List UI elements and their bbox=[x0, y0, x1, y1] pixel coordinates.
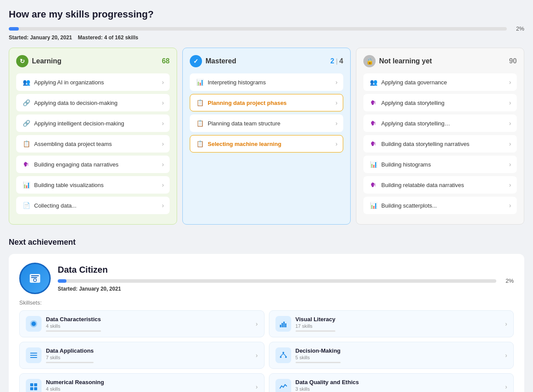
skillset-item-data-characteristics[interactable]: Data Characteristics 4 skills › bbox=[19, 310, 265, 337]
mastered-icon: ✓ bbox=[190, 55, 202, 67]
skillset-name: Decision-Making bbox=[296, 347, 341, 354]
skillset-left: Data Characteristics 4 skills bbox=[26, 316, 101, 332]
skillset-item-decision-making[interactable]: Decision-Making 5 skills › bbox=[269, 342, 514, 369]
skill-icon: 🔗 bbox=[22, 119, 31, 128]
svg-rect-8 bbox=[282, 323, 283, 327]
skillset-item-visual-literacy[interactable]: Visual Literacy 17 skills › bbox=[269, 310, 514, 337]
skill-icon: 📄 bbox=[22, 201, 31, 210]
skill-item[interactable]: 📋 Assembling data project teams › bbox=[16, 135, 170, 153]
skillset-item-numerical-reasoning[interactable]: Numerical Reasoning 4 skills › bbox=[19, 373, 265, 392]
skillset-icon bbox=[275, 379, 291, 392]
overall-progress-pct: 2% bbox=[511, 25, 524, 32]
svg-rect-7 bbox=[280, 325, 281, 327]
skill-label: Collecting data... bbox=[34, 202, 77, 209]
svg-line-18 bbox=[283, 354, 286, 356]
skill-icon: 📊 bbox=[22, 180, 31, 189]
svg-rect-2 bbox=[31, 277, 37, 278]
skill-item[interactable]: 🗣 Building engaging data narratives › bbox=[16, 156, 170, 173]
skill-item[interactable]: 🗣 Building data storytelling narratives … bbox=[363, 135, 517, 153]
skill-item[interactable]: 🗣 Building relatable data narratives › bbox=[363, 176, 517, 194]
learning-count: 68 bbox=[162, 57, 170, 65]
mastered-column: ✓ Mastered 2 | 4 📊 Interpreting histogra… bbox=[182, 48, 351, 225]
learning-column: ↻ Learning 68 👥 Applying AI in organizat… bbox=[9, 48, 177, 225]
chevron-right-icon: › bbox=[505, 352, 507, 359]
skillset-item-data-quality-ethics[interactable]: Data Quality and Ethics 3 skills › bbox=[269, 373, 514, 392]
chevron-right-icon: › bbox=[162, 99, 164, 106]
skill-item[interactable]: 👥 Applying AI in organizations › bbox=[16, 73, 170, 91]
achievement-started: Started: January 20, 2021 bbox=[58, 286, 514, 292]
svg-rect-9 bbox=[283, 322, 285, 327]
chevron-right-icon: › bbox=[162, 79, 164, 86]
skill-label: Building histograms bbox=[381, 161, 431, 168]
skill-item[interactable]: 🔗 Applying data to decision-making › bbox=[16, 94, 170, 111]
chevron-right-icon: › bbox=[335, 99, 338, 106]
skill-icon: 📋 bbox=[195, 139, 204, 148]
skillset-left: Data Applications 7 skills bbox=[26, 347, 94, 363]
skillset-name-wrap: Data Quality and Ethics 3 skills bbox=[296, 379, 359, 392]
chevron-right-icon: › bbox=[162, 202, 164, 209]
skill-icon: 📋 bbox=[195, 98, 204, 107]
not-learning-column: 🔒 Not learning yet 90 👥 Applying data go… bbox=[356, 48, 524, 225]
skill-label: Interpreting histograms bbox=[208, 79, 266, 86]
skill-icon: 📋 bbox=[195, 119, 204, 128]
skillset-count: 7 skills bbox=[46, 355, 94, 360]
skill-label: Building engaging data narratives bbox=[34, 161, 118, 168]
skillset-name: Data Quality and Ethics bbox=[296, 379, 359, 385]
page-title: How are my skills progressing? bbox=[9, 9, 524, 20]
achievement-card: Data Citizen 2% Started: January 20, 202… bbox=[9, 254, 524, 392]
skill-item[interactable]: 📊 Building histograms › bbox=[363, 156, 517, 173]
mastered-separator: | bbox=[336, 58, 338, 65]
svg-point-15 bbox=[280, 356, 282, 358]
skill-icon: 📋 bbox=[22, 139, 31, 148]
skillset-name: Numerical Reasoning bbox=[46, 379, 104, 385]
skillset-icon bbox=[275, 347, 291, 363]
skillset-item-data-applications[interactable]: Data Applications 7 skills › bbox=[19, 342, 265, 369]
progress-meta: Started: January 20, 2021 Mastered: 4 of… bbox=[9, 35, 524, 41]
skill-item-highlighted[interactable]: 📋 Planning data project phases › bbox=[190, 94, 343, 111]
chevron-right-icon: › bbox=[162, 140, 164, 147]
svg-rect-10 bbox=[285, 323, 286, 327]
skill-item[interactable]: 📊 Interpreting histograms › bbox=[190, 73, 343, 91]
chevron-right-icon: › bbox=[256, 320, 258, 327]
next-achievement-section: Next achievement Data Citizen 2% bbox=[9, 238, 524, 392]
achievement-progress-track bbox=[58, 279, 496, 283]
started-label: Started: bbox=[9, 35, 28, 41]
skillset-bar bbox=[46, 362, 94, 363]
not-learning-title: Not learning yet bbox=[379, 57, 432, 65]
skill-item[interactable]: 🔗 Applying intelligent decision-making › bbox=[16, 114, 170, 132]
skill-label: Building table visualizations bbox=[34, 182, 104, 188]
svg-point-16 bbox=[285, 356, 287, 358]
chevron-right-icon: › bbox=[335, 140, 338, 147]
mastered-title-group: ✓ Mastered bbox=[190, 55, 236, 67]
skill-item[interactable]: 📄 Collecting data... › bbox=[16, 197, 170, 214]
skills-columns: ↻ Learning 68 👥 Applying AI in organizat… bbox=[9, 48, 524, 225]
skillset-bar bbox=[46, 330, 101, 332]
mastered-count-gray: 4 bbox=[339, 57, 343, 65]
skillset-name: Visual Literacy bbox=[296, 316, 336, 323]
skillset-left: Decision-Making 5 skills bbox=[275, 347, 341, 363]
skill-item[interactable]: 📋 Planning data team structure › bbox=[190, 114, 343, 132]
skill-item[interactable]: 🗣 Applying data storytelling for emot...… bbox=[363, 114, 517, 132]
skillset-count: 5 skills bbox=[296, 355, 341, 360]
started-date: January 20, 2021 bbox=[30, 35, 72, 41]
skill-icon: 📊 bbox=[369, 160, 378, 169]
next-achievement-title: Next achievement bbox=[9, 238, 524, 247]
achievement-top: Data Citizen 2% Started: January 20, 202… bbox=[19, 263, 514, 294]
skill-item[interactable]: 🗣 Applying data storytelling › bbox=[363, 94, 517, 111]
chevron-right-icon: › bbox=[509, 181, 511, 188]
svg-rect-21 bbox=[30, 387, 33, 390]
mastered-header: ✓ Mastered 2 | 4 bbox=[190, 55, 343, 67]
chevron-right-icon: › bbox=[509, 202, 511, 209]
mastered-count-blue: 2 bbox=[331, 57, 334, 65]
achievement-progress-fill bbox=[58, 279, 66, 283]
skill-icon: 🗣 bbox=[22, 160, 31, 169]
skill-label: Applying data governance bbox=[381, 79, 447, 86]
skill-item[interactable]: 👥 Applying data governance › bbox=[363, 73, 517, 91]
skill-item[interactable]: 📊 Building table visualizations › bbox=[16, 176, 170, 194]
skillset-icon bbox=[26, 379, 42, 392]
skill-label: Planning data project phases bbox=[208, 100, 287, 106]
skillset-count: 3 skills bbox=[296, 386, 359, 392]
skill-item[interactable]: 📊 Building scatterplots... › bbox=[363, 197, 517, 214]
skill-item-highlighted[interactable]: 📋 Selecting machine learning › bbox=[190, 135, 343, 153]
chevron-right-icon: › bbox=[162, 120, 164, 127]
